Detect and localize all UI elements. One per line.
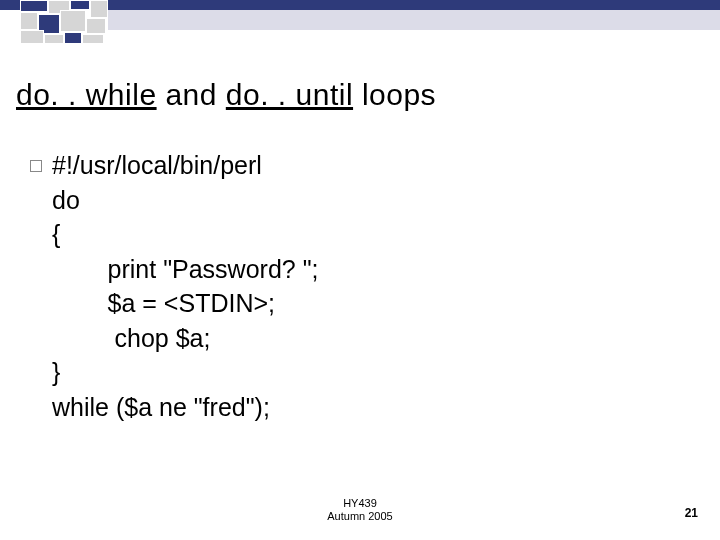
code-line: print "Password? "; bbox=[52, 255, 318, 283]
footer-course: HY439 bbox=[0, 497, 720, 511]
bullet-icon bbox=[30, 160, 42, 172]
title-segment-loops: loops bbox=[353, 78, 436, 111]
accent-squares bbox=[20, 0, 120, 44]
title-segment-and: and bbox=[157, 78, 226, 111]
code-example: #!/usr/local/bin/perl do { print "Passwo… bbox=[52, 148, 318, 424]
page-number: 21 bbox=[685, 506, 698, 520]
code-line: $a = <STDIN>; bbox=[52, 289, 275, 317]
slide-top-accent bbox=[0, 0, 720, 44]
code-line: while ($a ne "fred"); bbox=[52, 393, 270, 421]
code-line: #!/usr/local/bin/perl bbox=[52, 151, 262, 179]
slide-title: do. . while and do. . until loops bbox=[16, 78, 436, 112]
code-line: { bbox=[52, 220, 60, 248]
code-line: chop $a; bbox=[52, 324, 210, 352]
code-line: } bbox=[52, 358, 60, 386]
accent-bar-light bbox=[108, 10, 720, 30]
slide-footer: HY439 Autumn 2005 bbox=[0, 497, 720, 525]
title-segment-dowhile: do. . while bbox=[16, 78, 157, 111]
footer-term: Autumn 2005 bbox=[0, 510, 720, 524]
code-line: do bbox=[52, 186, 80, 214]
title-segment-dountil: do. . until bbox=[226, 78, 353, 111]
